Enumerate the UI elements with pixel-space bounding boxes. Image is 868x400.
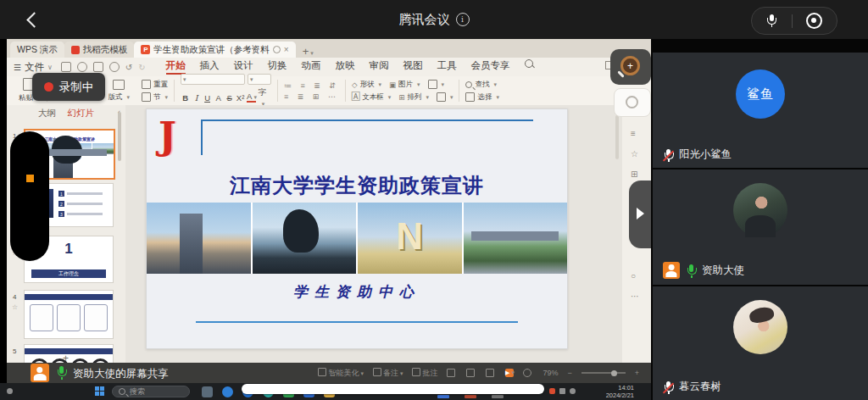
file-menu-button[interactable]: ☰ 文件 ∨ bbox=[14, 61, 53, 74]
strip-shape-icon[interactable]: ○ bbox=[631, 271, 636, 281]
shadow-button[interactable]: A bbox=[214, 93, 223, 103]
underline-button[interactable]: U bbox=[203, 93, 212, 103]
arrange-button[interactable]: ⊞排列 bbox=[398, 92, 429, 103]
menu-slideshow[interactable]: 放映 bbox=[336, 59, 355, 75]
pin-icon[interactable] bbox=[273, 46, 281, 53]
sidebar-collapse-handle[interactable] bbox=[629, 181, 651, 248]
strip-settings-icon[interactable]: ≡ bbox=[631, 129, 636, 138]
taskbar-weather-icon[interactable] bbox=[7, 388, 13, 394]
participant-tile-1[interactable]: 鲨鱼 阳光小鲨鱼 bbox=[653, 53, 868, 168]
fullscreen-icon[interactable] bbox=[523, 369, 531, 377]
italic-button[interactable]: I bbox=[192, 93, 201, 103]
menu-insert[interactable]: 插入 bbox=[200, 59, 220, 75]
output-icon[interactable] bbox=[77, 62, 87, 72]
view-normal-icon[interactable] bbox=[447, 369, 455, 377]
menu-design[interactable]: 设计 bbox=[234, 59, 253, 75]
section-icon bbox=[142, 92, 151, 102]
paragraph-icons-row2[interactable]: ≡ ≣ ⊞ ⋯ bbox=[284, 92, 339, 101]
menu-search-icon[interactable] bbox=[525, 59, 533, 68]
print-icon[interactable] bbox=[93, 62, 103, 72]
select-label: 选择 bbox=[477, 92, 492, 103]
tray-app-icon[interactable] bbox=[549, 388, 555, 394]
strike-button[interactable]: S bbox=[225, 93, 234, 103]
play-slideshow-button[interactable]: ▶ bbox=[505, 369, 514, 377]
zoom-minus-button[interactable]: − bbox=[567, 369, 571, 377]
tab-wps-home[interactable]: WPS 演示 bbox=[10, 42, 64, 58]
zoom-in-magnifier-icon: + bbox=[620, 56, 640, 75]
media-icon bbox=[428, 80, 437, 89]
pictures-button[interactable]: ▣图片 bbox=[389, 80, 420, 90]
panel-scrollbar[interactable] bbox=[118, 112, 121, 161]
section-button[interactable]: 节 bbox=[142, 92, 168, 103]
tray-volume-icon[interactable] bbox=[570, 388, 576, 394]
tab-document[interactable]: P 学生资助政策宣讲（参考资料 × bbox=[134, 42, 295, 58]
taskbar-edge-icon[interactable] bbox=[222, 386, 233, 397]
font-color-button[interactable]: A bbox=[247, 92, 256, 103]
slide-tools-button[interactable] bbox=[437, 92, 453, 102]
microphone-icon[interactable] bbox=[766, 14, 777, 28]
menu-tools[interactable]: 工具 bbox=[437, 59, 457, 75]
bold-button[interactable]: B bbox=[181, 93, 190, 103]
taskbar-clock[interactable]: 14:01 2024/2/21 bbox=[588, 385, 634, 399]
paragraph-icons-row1[interactable]: ≔ ≡ ≣ ⇵ bbox=[284, 81, 339, 90]
strip-star-icon[interactable]: ☆ bbox=[631, 149, 638, 158]
canvas-scrollbar[interactable] bbox=[615, 115, 619, 159]
layout-button[interactable]: 版式 bbox=[108, 92, 131, 103]
taskbar-search[interactable]: 搜索 bbox=[112, 386, 190, 397]
taskbar-app4-icon[interactable] bbox=[465, 395, 476, 398]
close-tab-icon[interactable]: × bbox=[284, 46, 289, 54]
superscript-button[interactable]: X² bbox=[236, 93, 245, 103]
strip-pages-icon[interactable]: ⊞ bbox=[631, 169, 637, 179]
comments-button[interactable]: 批注 bbox=[412, 368, 437, 379]
strip-more-icon[interactable]: ⋯ bbox=[631, 292, 639, 301]
zoom-in-widget[interactable]: + bbox=[610, 49, 651, 85]
font-name-select[interactable] bbox=[181, 74, 245, 85]
outline-tab[interactable]: 大纲 bbox=[38, 108, 56, 119]
university-logo: J bbox=[159, 114, 176, 158]
find-button[interactable]: 查找 bbox=[465, 80, 499, 90]
record-icon[interactable] bbox=[806, 13, 822, 29]
font-size-select[interactable] bbox=[248, 74, 271, 85]
current-slide[interactable]: J 江南大学学生资助政策宣讲 N 学生资助中心 bbox=[146, 108, 568, 349]
shapes-button[interactable]: ◇形状 bbox=[352, 80, 381, 90]
participant-tile-3[interactable]: 暮云春树 bbox=[653, 286, 868, 400]
info-icon[interactable]: i bbox=[456, 13, 470, 26]
tray-wifi-icon[interactable] bbox=[559, 388, 565, 394]
menu-member[interactable]: 会员专享 bbox=[471, 59, 510, 75]
thumb4-box1 bbox=[30, 304, 53, 331]
media-button[interactable] bbox=[428, 80, 445, 89]
floating-toolbar-pill[interactable] bbox=[242, 384, 544, 394]
menu-home[interactable]: 开始 bbox=[166, 59, 186, 75]
zoom-out-widget[interactable] bbox=[614, 88, 651, 117]
zoom-slider[interactable] bbox=[581, 372, 626, 374]
slide4-star-icon[interactable]: ☆ bbox=[12, 303, 18, 311]
start-button[interactable] bbox=[95, 386, 104, 396]
reset-button[interactable]: 重置 bbox=[142, 80, 168, 90]
menu-animation[interactable]: 动画 bbox=[302, 59, 321, 75]
undo-icon[interactable]: ↺ bbox=[125, 63, 132, 72]
textbox-button[interactable]: 🄰文本框 bbox=[352, 92, 391, 103]
menu-review[interactable]: 审阅 bbox=[370, 59, 389, 75]
wps-tab-bar: WPS 演示 找稻壳模板 P 学生资助政策宣讲（参考资料 × + bbox=[7, 39, 651, 58]
beautify-button[interactable]: 智能美化 bbox=[318, 368, 364, 379]
taskbar-app5-icon[interactable] bbox=[492, 395, 504, 398]
slides-tab[interactable]: 幻灯片 bbox=[68, 108, 95, 119]
orange-marker bbox=[26, 175, 34, 182]
taskbar-explorer-icon[interactable] bbox=[202, 386, 213, 397]
notes-button[interactable]: 备注 bbox=[373, 368, 403, 379]
menu-transition[interactable]: 切换 bbox=[268, 59, 287, 75]
select-button[interactable]: 选择 bbox=[465, 92, 499, 103]
participant-tile-2[interactable]: 资助大使 bbox=[653, 169, 868, 285]
redo-icon[interactable]: ↻ bbox=[138, 63, 145, 72]
new-tab-button[interactable]: + bbox=[303, 45, 314, 58]
taskbar-app3-icon[interactable] bbox=[437, 395, 449, 398]
zoom-plus-button[interactable]: + bbox=[635, 369, 639, 377]
slide-thumbnail-4[interactable] bbox=[24, 290, 114, 339]
tab-docer[interactable]: 找稻壳模板 bbox=[64, 42, 135, 58]
menu-view[interactable]: 视图 bbox=[403, 59, 423, 75]
preview-icon[interactable] bbox=[109, 62, 120, 72]
save-icon[interactable] bbox=[61, 62, 71, 72]
view-sorter-icon[interactable] bbox=[466, 369, 475, 377]
view-read-icon[interactable] bbox=[486, 369, 494, 377]
add-slide-button[interactable]: + bbox=[63, 353, 69, 363]
